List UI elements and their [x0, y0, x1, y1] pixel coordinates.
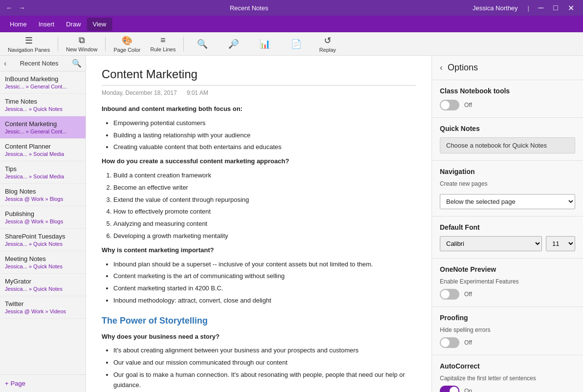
autocorrect-toggle-label: On	[464, 388, 472, 392]
close-button[interactable]: ✕	[565, 2, 577, 14]
zoom-out-button[interactable]: 🔎	[219, 34, 248, 54]
bullets2: Inbound plan should be a superset -- inc…	[113, 260, 416, 306]
window-title: Recent Notes	[25, 4, 473, 12]
main-layout: ‹ Recent Notes 🔍 InBound Marketing Jessi…	[0, 56, 583, 392]
replay-icon: ↺	[324, 35, 331, 46]
autocorrect-title: AutoCorrect	[440, 362, 575, 370]
sidebar-item-title: Content Marketing	[5, 120, 81, 128]
menu-draw[interactable]: Draw	[60, 18, 86, 31]
intro-bullet-1: Empowering potential customers	[113, 118, 416, 129]
class-notebook-toggle[interactable]	[440, 100, 459, 110]
view-chart-button[interactable]: 📊	[250, 34, 280, 54]
zoom-out-icon: 🔎	[228, 39, 239, 49]
toolbar: ☰ Navigation Panes ⧉ New Window 🎨 Page C…	[0, 32, 583, 56]
question1: How do you create a successful content m…	[102, 157, 289, 165]
bullet2-2: Content marketing is the art of communic…	[113, 271, 416, 282]
new-window-label: New Window	[66, 46, 97, 52]
bullet2-1: Inbound plan should be a superset -- inc…	[113, 260, 416, 270]
numbered-item-3: Extend the value of content through repu…	[113, 195, 416, 205]
proofing-toggle[interactable]	[440, 337, 459, 348]
sidebar-item-tips[interactable]: Tips Jessica... » Social Media	[0, 161, 86, 184]
zoom-in-button[interactable]: 🔍	[188, 34, 217, 54]
options-header: ‹ Options	[432, 56, 583, 80]
sidebar-item-meeting-notes[interactable]: Meeting Notes Jessica... » Quick Notes	[0, 251, 86, 274]
title-bar: ← → Recent Notes Jessica Northey | ─ □ ✕	[0, 0, 583, 16]
rule-lines-icon: ≡	[160, 35, 166, 45]
bullet3-3: Our goal is to make a human connection. …	[113, 370, 416, 391]
sidebar-search-button[interactable]: 🔍	[72, 59, 82, 68]
navigation-panes-label: Navigation Panes	[8, 47, 50, 53]
choose-notebook-button[interactable]: Choose a notebook for Quick Notes	[440, 137, 575, 153]
class-notebook-toggle-knob	[441, 101, 450, 109]
onenote-preview-toggle-label: Off	[464, 291, 472, 298]
sidebar-item-path: Jessica @ Work » Videos	[5, 308, 81, 314]
nav-forward-button[interactable]: →	[19, 4, 25, 12]
rule-lines-button[interactable]: ≡ Rule Lines	[146, 34, 179, 54]
class-notebook-section: Class Notebook tools Off	[432, 80, 583, 118]
sidebar-item-title: InBound Marketing	[5, 75, 81, 83]
sidebar-back-button[interactable]: ‹	[4, 59, 6, 68]
proofing-subtitle: Hide spelling errors	[440, 327, 575, 333]
sidebar-item-content-planner[interactable]: Content Planner Jessica... » Social Medi…	[0, 139, 86, 161]
sidebar-item-title: Time Notes	[5, 98, 81, 105]
page-body: Inbound and content marketing both focus…	[102, 104, 416, 392]
navigation-panes-button[interactable]: ☰ Navigation Panes	[4, 34, 54, 54]
intro-text: Inbound and content marketing both focus…	[102, 105, 242, 112]
reading-view-button[interactable]: 📄	[281, 34, 311, 54]
sidebar-item-sharepoint[interactable]: SharePoint Tuesdays Jessica... » Quick N…	[0, 229, 86, 251]
onenote-preview-toggle[interactable]	[440, 289, 459, 300]
replay-button[interactable]: ↺ Replay	[313, 34, 342, 54]
sidebar-item-publishing[interactable]: Publishing Jessica @ Work » Blogs	[0, 206, 86, 229]
navigation-dropdown[interactable]: Below the selected page At the end of th…	[440, 194, 575, 209]
menu-view[interactable]: View	[87, 18, 112, 31]
options-panel: ‹ Options Class Notebook tools Off Quick…	[432, 56, 583, 392]
navigation-panes-icon: ☰	[25, 35, 33, 46]
font-row: Calibri Arial Times New Roman 9 10 11 12…	[440, 236, 575, 251]
proofing-toggle-row: Off	[440, 337, 575, 348]
autocorrect-toggle-knob	[450, 387, 458, 392]
toolbar-separator-2	[105, 37, 106, 51]
sidebar-item-title: Blog Notes	[5, 188, 81, 195]
new-window-button[interactable]: ⧉ New Window	[62, 34, 101, 54]
autocorrect-toggle[interactable]	[440, 386, 459, 392]
sidebar-item-inbound-marketing[interactable]: InBound Marketing Jessic... » General Co…	[0, 71, 86, 94]
menu-home[interactable]: Home	[4, 18, 33, 31]
sidebar-item-title: SharePoint Tuesdays	[5, 233, 81, 240]
numbered-item-5: Analyzing and measuring content	[113, 219, 416, 229]
bullets3: It's about creating alignment between yo…	[113, 346, 416, 392]
numbered-item-4: How to effectively promote content	[113, 207, 416, 217]
maximize-button[interactable]: □	[550, 2, 561, 13]
sidebar-item-blog-notes[interactable]: Blog Notes Jessica @ Work » Blogs	[0, 184, 86, 206]
numbered-item-2: Become an effective writer	[113, 183, 416, 193]
menu-insert[interactable]: Insert	[33, 18, 61, 31]
sidebar-item-time-notes[interactable]: Time Notes Jessica... » Quick Notes	[0, 94, 86, 116]
sidebar-item-mygrator[interactable]: MyGrator Jessica... » Quick Notes	[0, 274, 86, 296]
sidebar-item-title: Twitter	[5, 300, 81, 307]
replay-label: Replay	[319, 47, 336, 53]
sidebar-item-title: Content Planner	[5, 143, 81, 150]
sidebar-title: Recent Notes	[20, 60, 59, 67]
minimize-button[interactable]: ─	[535, 2, 546, 13]
font-size-select[interactable]: 9 10 11 12 14	[546, 236, 575, 251]
section-heading: The Power of Storytelling	[102, 314, 416, 328]
sidebar-item-path: Jessic... » General Cont...	[5, 129, 81, 134]
sidebar-item-title: Meeting Notes	[5, 255, 81, 262]
onenote-preview-title: OneNote Preview	[440, 265, 575, 273]
add-page-button[interactable]: + Page	[0, 374, 86, 392]
page-color-button[interactable]: 🎨 Page Color	[109, 34, 144, 54]
add-page-icon: +	[5, 380, 9, 387]
sidebar-item-path: Jessica @ Work » Blogs	[5, 196, 81, 202]
onenote-preview-section: OneNote Preview Enable Experimental Feat…	[432, 259, 583, 307]
numbered-item-6: Developing a growth marketing mentality	[113, 231, 416, 241]
page-meta: Monday, December 18, 2017 9:01 AM	[102, 89, 416, 96]
sidebar-item-path: Jessica... » Quick Notes	[5, 286, 81, 292]
options-back-button[interactable]: ‹	[440, 63, 443, 73]
nav-back-button[interactable]: ←	[6, 4, 13, 12]
sidebar-item-content-marketing[interactable]: Content Marketing Jessic... » General Co…	[0, 116, 86, 139]
font-family-select[interactable]: Calibri Arial Times New Roman	[440, 236, 542, 251]
view-chart-icon: 📊	[259, 39, 270, 49]
bullet3-1: It's about creating alignment between yo…	[113, 346, 416, 356]
sidebar-item-path: Jessica... » Quick Notes	[5, 241, 81, 247]
autocorrect-section: AutoCorrect Capitalize the first letter …	[432, 355, 583, 392]
sidebar-item-twitter[interactable]: Twitter Jessica @ Work » Videos	[0, 296, 86, 319]
